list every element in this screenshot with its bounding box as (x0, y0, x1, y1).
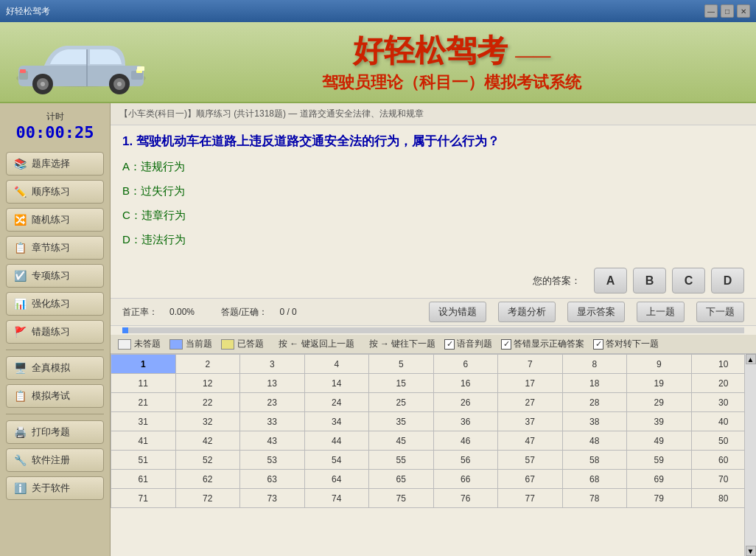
question-number-cell[interactable]: 51 (111, 451, 176, 470)
sidebar-item-intensive[interactable]: 📊 强化练习 (6, 292, 104, 316)
question-number-cell[interactable]: 39 (627, 412, 692, 431)
question-number-cell[interactable]: 48 (562, 431, 627, 451)
question-number-cell[interactable]: 6 (433, 355, 498, 374)
question-number-cell[interactable]: 76 (433, 489, 498, 508)
next-button[interactable]: 下一题 (696, 302, 744, 322)
question-number-cell[interactable]: 11 (111, 374, 176, 393)
question-number-cell[interactable]: 15 (369, 374, 434, 393)
question-number-cell[interactable]: 8 (562, 355, 627, 374)
question-number-cell[interactable]: 2 (175, 355, 240, 374)
question-number-cell[interactable]: 72 (175, 489, 240, 508)
question-number-cell[interactable]: 28 (562, 393, 627, 412)
question-number-cell[interactable]: 33 (240, 412, 305, 431)
question-number-cell[interactable]: 4 (304, 355, 369, 374)
question-number-cell[interactable]: 23 (240, 393, 305, 412)
option-a[interactable]: A：违规行为 (122, 159, 744, 176)
question-number-cell[interactable]: 42 (175, 431, 240, 451)
close-button[interactable]: ✕ (737, 4, 750, 18)
show-answer-button[interactable]: 显示答案 (567, 302, 625, 322)
question-number-cell[interactable]: 25 (369, 393, 434, 412)
question-number-cell[interactable]: 65 (369, 470, 434, 489)
question-number-cell[interactable]: 49 (627, 431, 692, 451)
question-number-cell[interactable]: 74 (304, 489, 369, 508)
question-number-cell[interactable]: 56 (433, 451, 498, 470)
question-number-cell[interactable]: 14 (304, 374, 369, 393)
question-number-cell[interactable]: 31 (111, 412, 176, 431)
question-number-cell[interactable]: 35 (369, 412, 434, 431)
question-number-cell[interactable]: 55 (369, 451, 434, 470)
question-number-cell[interactable]: 1 (111, 355, 176, 374)
question-number-cell[interactable]: 38 (562, 412, 627, 431)
question-number-cell[interactable]: 43 (240, 431, 305, 451)
answer-a-button[interactable]: A (594, 268, 627, 293)
sidebar-item-chapter[interactable]: 📋 章节练习 (6, 236, 104, 260)
question-number-cell[interactable]: 68 (562, 470, 627, 489)
question-number-cell[interactable]: 61 (111, 470, 176, 489)
question-number-cell[interactable]: 16 (433, 374, 498, 393)
question-number-cell[interactable]: 75 (369, 489, 434, 508)
question-number-cell[interactable]: 26 (433, 393, 498, 412)
question-number-cell[interactable]: 13 (240, 374, 305, 393)
show-correct-check[interactable]: ✓ 答错显示正确答案 (501, 338, 584, 350)
question-number-cell[interactable]: 19 (627, 374, 692, 393)
set-mistake-button[interactable]: 设为错题 (429, 302, 486, 322)
question-number-cell[interactable]: 62 (175, 470, 240, 489)
question-number-cell[interactable]: 29 (627, 393, 692, 412)
maximize-button[interactable]: □ (721, 4, 734, 18)
question-number-cell[interactable]: 79 (627, 489, 692, 508)
sidebar-item-full-sim[interactable]: 🖥️ 全真模拟 (6, 356, 104, 380)
question-number-cell[interactable]: 32 (175, 412, 240, 431)
question-number-cell[interactable]: 3 (240, 355, 305, 374)
question-number-cell[interactable]: 5 (369, 355, 434, 374)
scrollbar-down-button[interactable]: ▼ (746, 546, 756, 556)
question-number-cell[interactable]: 27 (498, 393, 563, 412)
question-number-cell[interactable]: 36 (433, 412, 498, 431)
sidebar-item-register[interactable]: 🔧 软件注册 (6, 448, 104, 472)
question-number-cell[interactable]: 46 (433, 431, 498, 451)
sidebar-item-sequential[interactable]: ✏️ 顺序练习 (6, 180, 104, 204)
question-number-cell[interactable]: 24 (304, 393, 369, 412)
question-number-cell[interactable]: 22 (175, 393, 240, 412)
sidebar-item-mistakes[interactable]: 🚩 错题练习 (6, 320, 104, 344)
question-number-cell[interactable]: 78 (562, 489, 627, 508)
question-number-cell[interactable]: 21 (111, 393, 176, 412)
question-number-cell[interactable]: 37 (498, 412, 563, 431)
question-number-cell[interactable]: 34 (304, 412, 369, 431)
question-number-cell[interactable]: 45 (369, 431, 434, 451)
answer-d-button[interactable]: D (711, 268, 744, 293)
question-number-cell[interactable]: 57 (498, 451, 563, 470)
question-number-cell[interactable]: 54 (304, 451, 369, 470)
question-number-cell[interactable]: 67 (498, 470, 563, 489)
auto-next-check[interactable]: ✓ 答对转下一题 (593, 338, 659, 350)
question-number-cell[interactable]: 73 (240, 489, 305, 508)
prev-button[interactable]: 上一题 (637, 302, 685, 322)
option-b[interactable]: B：过失行为 (122, 183, 744, 200)
show-correct-checkbox[interactable]: ✓ (501, 339, 511, 350)
scrollbar-up-button[interactable]: ▲ (746, 354, 756, 364)
question-number-cell[interactable]: 64 (304, 470, 369, 489)
sidebar-item-mock-exam[interactable]: 📋 模拟考试 (6, 384, 104, 408)
sidebar-item-question-bank[interactable]: 📚 题库选择 (6, 152, 104, 176)
question-number-cell[interactable]: 77 (498, 489, 563, 508)
sidebar-item-special[interactable]: ☑️ 专项练习 (6, 264, 104, 288)
question-number-cell[interactable]: 41 (111, 431, 176, 451)
question-number-cell[interactable]: 66 (433, 470, 498, 489)
question-number-cell[interactable]: 59 (627, 451, 692, 470)
voice-check[interactable]: ✓ 语音判题 (444, 338, 492, 350)
minimize-button[interactable]: — (704, 4, 718, 18)
question-number-cell[interactable]: 69 (627, 470, 692, 489)
sidebar-item-print[interactable]: 🖨️ 打印考题 (6, 420, 104, 444)
question-number-cell[interactable]: 53 (240, 451, 305, 470)
question-number-cell[interactable]: 12 (175, 374, 240, 393)
question-number-cell[interactable]: 71 (111, 489, 176, 508)
question-number-cell[interactable]: 44 (304, 431, 369, 451)
question-number-cell[interactable]: 7 (498, 355, 563, 374)
analyze-button[interactable]: 考题分析 (498, 302, 556, 322)
sidebar-item-about[interactable]: ℹ️ 关于软件 (6, 476, 104, 500)
option-d[interactable]: D：违法行为 (122, 232, 744, 249)
auto-next-checkbox[interactable]: ✓ (593, 339, 603, 350)
question-number-cell[interactable]: 18 (562, 374, 627, 393)
answer-c-button[interactable]: C (672, 268, 705, 293)
option-c[interactable]: C：违章行为 (122, 207, 744, 224)
question-number-cell[interactable]: 63 (240, 470, 305, 489)
